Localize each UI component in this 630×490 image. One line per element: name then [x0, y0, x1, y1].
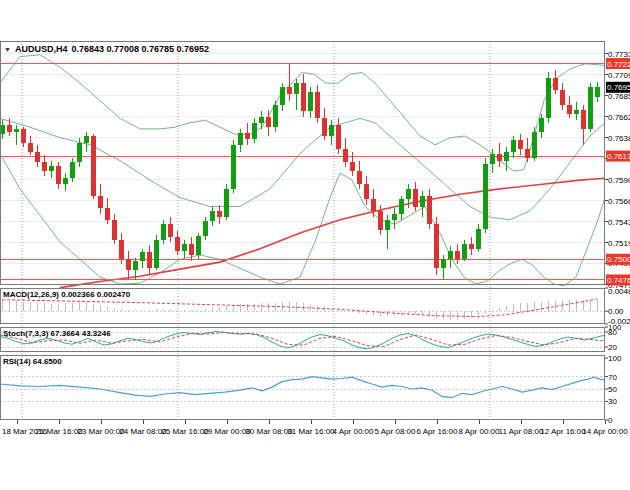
price-chart-canvas[interactable]: 0.773300.770950.768550.766200.763800.761…	[0, 0, 630, 490]
svg-text:0.00: 0.00	[608, 307, 624, 316]
svg-text:21 Mar 16:00: 21 Mar 16:00	[35, 427, 83, 436]
svg-text:11 Apr 08:00: 11 Apr 08:00	[499, 427, 544, 436]
time-scale: 18 Mar 201621 Mar 16:0023 Mar 00:0024 Ma…	[2, 420, 628, 436]
svg-text:8 Apr 00:00: 8 Apr 00:00	[459, 427, 500, 436]
svg-text:0.75665: 0.75665	[608, 197, 630, 206]
chart-window: 0.773300.770950.768550.766200.763800.761…	[0, 0, 630, 490]
svg-text:12 Apr 16:00: 12 Apr 16:00	[540, 427, 586, 436]
chart-title: ▼ AUDUSD,H4 0.76843 0.77008 0.76785 0.76…	[4, 44, 209, 54]
svg-text:50: 50	[608, 385, 617, 394]
svg-text:80: 80	[608, 328, 617, 337]
svg-text:0.77095: 0.77095	[608, 71, 630, 80]
symbol-timeframe-label: AUDUSD,H4	[15, 44, 68, 54]
svg-text:4 Apr 00:00: 4 Apr 00:00	[333, 427, 374, 436]
svg-text:23 Mar 00:00: 23 Mar 00:00	[77, 427, 125, 436]
svg-text:100: 100	[608, 354, 622, 363]
svg-text:0.004637: 0.004637	[608, 287, 630, 296]
svg-text:0.74767: 0.74767	[607, 276, 630, 285]
rsi-indicator-label: RSI(14) 64.6500	[3, 357, 62, 366]
stoch-indicator-label: Stoch(7,3,3) 67.3664 43.3246	[3, 329, 111, 338]
svg-text:14 Apr 00:00: 14 Apr 00:00	[582, 427, 628, 436]
macd-indicator-label: MACD(12,26,9) 0.002366 0.002470	[3, 290, 130, 299]
svg-text:0.77221: 0.77221	[607, 60, 630, 69]
svg-text:25 Mar 16:00: 25 Mar 16:00	[161, 427, 209, 436]
svg-text:24 Mar 08:00: 24 Mar 08:00	[119, 427, 167, 436]
ohlc-readout: 0.76843 0.77008 0.76785 0.76952	[71, 44, 209, 54]
price-scale: 0.773300.770950.768550.766200.763800.761…	[605, 50, 630, 425]
svg-text:6 Apr 16:00: 6 Apr 16:00	[417, 427, 458, 436]
symbol-dropdown-arrow-icon[interactable]: ▼	[4, 46, 11, 53]
svg-text:0.75002: 0.75002	[607, 255, 630, 264]
svg-text:29 Mar 00:00: 29 Mar 00:00	[203, 427, 251, 436]
svg-text:0.76855: 0.76855	[608, 92, 630, 101]
svg-text:31 Mar 16:00: 31 Mar 16:00	[287, 427, 335, 436]
svg-text:30: 30	[608, 397, 617, 406]
main-pane[interactable]	[0, 41, 605, 420]
svg-text:5 Apr 08:00: 5 Apr 08:00	[375, 427, 416, 436]
svg-text:70: 70	[608, 373, 617, 382]
svg-text:0.75905: 0.75905	[608, 176, 630, 185]
svg-text:0.76952: 0.76952	[607, 83, 630, 92]
svg-text:0.75190: 0.75190	[608, 239, 630, 248]
svg-text:20: 20	[608, 343, 617, 352]
svg-text:0.75430: 0.75430	[608, 218, 630, 227]
macd-pane[interactable]	[0, 299, 605, 320]
rsi-pane[interactable]	[0, 377, 605, 402]
svg-text:0: 0	[608, 416, 613, 425]
svg-text:30 Mar 08:00: 30 Mar 08:00	[245, 427, 293, 436]
svg-text:0.76380: 0.76380	[608, 134, 630, 143]
svg-text:0.77330: 0.77330	[608, 50, 630, 59]
svg-text:0.76172: 0.76172	[607, 152, 630, 161]
svg-text:0.76620: 0.76620	[608, 113, 630, 122]
